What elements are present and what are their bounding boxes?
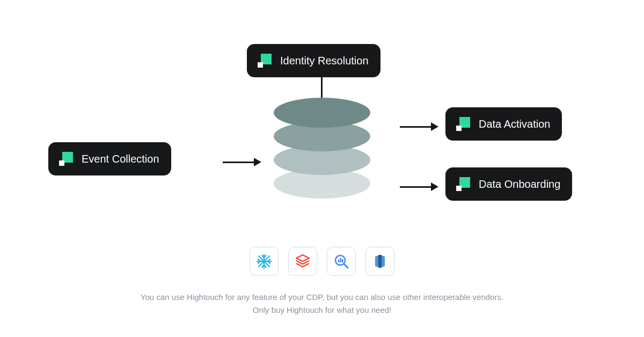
svg-rect-8 [340, 258, 342, 262]
caption-line: You can use Hightouch for any feature of… [0, 291, 644, 304]
node-identity-resolution: Identity Resolution [247, 44, 380, 77]
stack-disc [274, 98, 370, 128]
vendor-row [0, 247, 644, 276]
redshift-icon [371, 252, 389, 270]
vendor-snowflake [250, 247, 279, 276]
node-data-onboarding: Data Onboarding [445, 167, 572, 201]
bigquery-icon [332, 252, 350, 270]
node-label: Event Collection [82, 153, 159, 165]
databricks-icon [294, 252, 312, 270]
svg-marker-12 [382, 255, 385, 267]
data-warehouse-stack [263, 98, 381, 216]
vendor-bigquery [327, 247, 356, 276]
hightouch-logo-icon [455, 116, 471, 132]
caption: You can use Hightouch for any feature of… [0, 291, 644, 317]
hightouch-logo-icon [455, 176, 471, 192]
node-data-activation: Data Activation [445, 107, 562, 141]
arrow-right [223, 158, 261, 166]
node-label: Data Activation [479, 118, 550, 130]
svg-rect-9 [342, 259, 343, 262]
svg-rect-10 [378, 255, 382, 268]
arrow-right [400, 122, 438, 131]
svg-marker-11 [375, 255, 378, 267]
hightouch-logo-icon [257, 53, 273, 69]
node-label: Data Onboarding [479, 178, 560, 191]
snowflake-icon [255, 252, 273, 270]
hightouch-logo-icon [58, 151, 74, 167]
vendor-databricks [288, 247, 317, 276]
vendor-redshift [365, 247, 394, 276]
caption-line: Only buy Hightouch for what you need! [0, 304, 644, 317]
arrow-right [400, 182, 438, 191]
svg-line-6 [344, 264, 348, 268]
svg-marker-4 [296, 255, 309, 261]
node-event-collection: Event Collection [48, 142, 171, 175]
svg-rect-7 [338, 260, 340, 262]
node-label: Identity Resolution [280, 55, 369, 67]
